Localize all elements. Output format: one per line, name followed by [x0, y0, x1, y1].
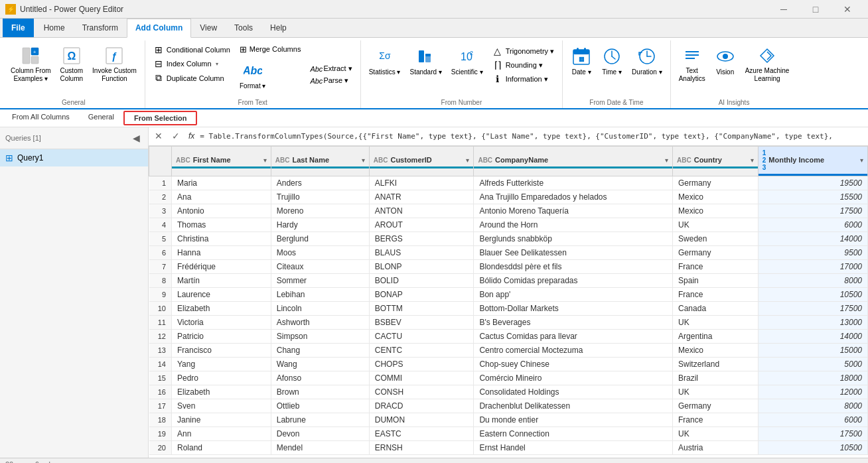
table-cell: Berglunds snabbköp: [474, 232, 673, 245]
table-row: 13FranciscoChangCENTCCentro comercial Mo…: [149, 343, 868, 357]
close-btn[interactable]: ✕: [832, 0, 863, 19]
table-cell: Brazil: [673, 371, 759, 385]
table-row: 9LaurenceLebihanBONAPBon app'France10500: [149, 287, 868, 301]
firstname-filter[interactable]: ▾: [263, 157, 267, 164]
table-cell: ALFKI: [369, 176, 474, 190]
table-cell: Afonso: [271, 371, 369, 385]
merge-columns-btn[interactable]: ⊞ Merge Columns: [236, 43, 305, 56]
sub-tab-general[interactable]: General: [79, 111, 123, 125]
general-group-label: General: [7, 97, 141, 108]
trigonometry-btn[interactable]: △ Trigonometry ▾: [488, 44, 558, 58]
format-btn[interactable]: Abc Format ▾: [236, 57, 270, 97]
svg-text:Ω: Ω: [67, 50, 76, 62]
table-cell: Blauer See Delikatessen: [474, 245, 673, 259]
row-num-header: [149, 146, 172, 176]
tab-view[interactable]: View: [191, 19, 226, 37]
table-cell: Ottlieb: [271, 399, 369, 413]
table-cell: Moreno: [271, 204, 369, 218]
sub-tab-all-columns[interactable]: From All Columns: [3, 111, 79, 125]
format-icon: Abc: [242, 60, 263, 81]
data-area[interactable]: ABC First Name ▾ ABC Last Name ▾: [149, 146, 868, 458]
table-cell: Patricio: [172, 329, 271, 343]
rounding-btn[interactable]: ⌈⌉ Rounding ▾: [488, 58, 558, 72]
row-number: 8: [149, 273, 172, 287]
country-colname: Country: [694, 156, 722, 164]
vision-btn[interactable]: Vision: [711, 43, 740, 86]
income-filter[interactable]: ▾: [860, 157, 863, 164]
parse-btn[interactable]: Abc Parse ▾: [306, 75, 356, 86]
tab-add-column[interactable]: Add Column: [127, 19, 191, 38]
invoke-custom-function-btn[interactable]: ƒ Invoke CustomFunction: [88, 43, 141, 86]
custid-filter[interactable]: ▾: [466, 157, 469, 164]
scientific-btn[interactable]: 10 2 Scientific ▾: [447, 43, 487, 86]
table-cell: Victoria: [172, 315, 271, 329]
tab-tools[interactable]: Tools: [226, 19, 261, 37]
sidebar-header: Queries [1] ◀: [0, 127, 148, 149]
company-colname: CompanyName: [495, 156, 548, 164]
time-btn[interactable]: Time ▾: [597, 43, 626, 86]
tab-help[interactable]: Help: [261, 19, 295, 37]
time-label: Time ▾: [602, 68, 622, 76]
main-layout: Queries [1] ◀ ⊞ Query1 ✕ ✓ fx = Table.Tr…: [0, 127, 868, 458]
table-cell: BOTTM: [369, 301, 474, 315]
table-cell: France: [673, 259, 759, 273]
table-cell: Germany: [673, 176, 759, 190]
fx-label: fx: [186, 131, 197, 141]
sub-tab-from-selection[interactable]: From Selection: [123, 111, 197, 125]
maximize-btn[interactable]: □: [800, 0, 831, 19]
scientific-label: Scientific ▾: [451, 68, 483, 76]
table-cell: Centro comercial Moctezuma: [474, 343, 673, 357]
table-cell: AROUT: [369, 218, 474, 232]
index-column-btn[interactable]: ⊟ Index Column ▾: [149, 57, 234, 70]
table-cell: DUMON: [369, 413, 474, 427]
custom-column-btn[interactable]: Ω CustomColumn: [56, 43, 87, 86]
custid-type: ABC: [374, 157, 388, 164]
table-row: 12PatricioSimpsonCACTUCactus Comidas par…: [149, 329, 868, 343]
date-btn[interactable]: ▦ Date ▾: [567, 43, 596, 86]
table-cell: Switzerland: [673, 357, 759, 371]
svg-rect-12: [425, 54, 431, 56]
information-btn[interactable]: ℹ Information ▾: [488, 72, 558, 86]
table-cell: Ann: [172, 427, 271, 440]
custom-column-label: CustomColumn: [60, 67, 83, 83]
standard-btn[interactable]: Standard ▾: [405, 43, 445, 86]
statistics-btn[interactable]: Σσ Statistics ▾: [365, 43, 405, 86]
collapse-sidebar-btn[interactable]: ◀: [130, 131, 143, 145]
table-cell: Citeaux: [271, 259, 369, 273]
tab-transform[interactable]: Transform: [74, 19, 127, 37]
sidebar-header-label: Queries [1]: [5, 134, 41, 142]
text-analytics-btn[interactable]: TextAnalytics: [675, 43, 709, 86]
cancel-formula-btn[interactable]: ✕: [151, 131, 166, 141]
tab-home[interactable]: Home: [35, 19, 74, 37]
confirm-formula-btn[interactable]: ✓: [169, 131, 183, 141]
table-row: 14YangWangCHOPSChop-suey ChineseSwitzerl…: [149, 357, 868, 371]
table-cell: Hanna: [172, 245, 271, 259]
company-filter[interactable]: ▾: [665, 157, 668, 164]
ribbon-group-from-text: ⊞ Conditional Column ⊟ Index Column ▾ ⧉ …: [145, 40, 361, 108]
svg-rect-0: [23, 48, 30, 64]
extract-btn[interactable]: Abc Extract ▾: [306, 63, 356, 74]
country-filter[interactable]: ▾: [751, 157, 754, 164]
sub-tabs-bar: From All Columns General From Selection: [0, 109, 868, 127]
standard-label: Standard ▾: [409, 68, 441, 76]
duplicate-column-btn[interactable]: ⧉ Duplicate Column: [149, 71, 234, 85]
column-from-examples-btn[interactable]: + Column FromExamples ▾: [7, 43, 55, 86]
conditional-column-btn[interactable]: ⊞ Conditional Column: [149, 43, 234, 56]
table-row: 19AnnDevonEASTCEastern ConnectionUK17500: [149, 427, 868, 440]
azure-ml-btn[interactable]: Azure MachineLearning: [741, 43, 794, 86]
table-row: 4ThomasHardyAROUTAround the HornUK6000: [149, 218, 868, 232]
col-header-companyname: ABC CompanyName ▾: [474, 146, 673, 176]
query-icon: ⊞: [5, 153, 13, 163]
ribbon-group-from-number-content: Σσ Statistics ▾ Standard ▾: [365, 40, 558, 97]
tab-file[interactable]: File: [3, 19, 34, 37]
sidebar-item-query1[interactable]: ⊞ Query1: [0, 149, 148, 166]
duration-btn[interactable]: Duration ▾: [628, 43, 666, 86]
rounding-label: Rounding ▾: [506, 61, 543, 70]
table-cell: Blondesddsl père et fils: [474, 259, 673, 273]
lastname-filter[interactable]: ▾: [362, 157, 365, 164]
formula-input[interactable]: = Table.TransformColumnTypes(Source,{{"F…: [200, 132, 865, 141]
table-cell: Germany: [673, 399, 759, 413]
minimize-btn[interactable]: ─: [768, 0, 799, 19]
company-type: ABC: [478, 157, 492, 164]
table-cell: BONAP: [369, 287, 474, 301]
